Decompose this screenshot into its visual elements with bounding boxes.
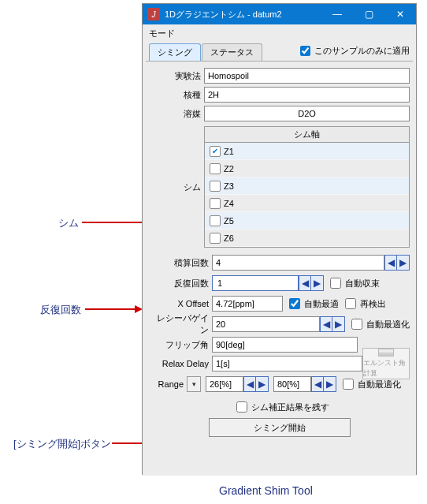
range-high-spinner[interactable]: ◀ ▶ (311, 376, 336, 392)
shim-z3-label: Z3 (224, 181, 234, 191)
tab-shimming[interactable]: シミング (149, 43, 201, 61)
flip-value: 90[deg] (216, 340, 245, 349)
keep-correction-checkbox[interactable]: シム補正結果を残す (233, 399, 329, 415)
relax-label: Relax Delay (149, 359, 212, 368)
mode-label: モード (146, 26, 413, 41)
repeat-input[interactable] (216, 276, 295, 290)
auto-converge-input[interactable] (330, 278, 341, 289)
shim-row-z5[interactable]: Z5 (205, 212, 409, 230)
relax-value: 1[s] (216, 359, 230, 368)
range-low-field[interactable]: 26[%] (206, 376, 243, 392)
shim-axis-table: シム軸 Z1 Z2 Z3 (204, 126, 410, 248)
close-button[interactable]: ✕ (384, 4, 416, 24)
range-low-up-icon[interactable]: ▶ (256, 376, 269, 392)
auto-optimize-checkbox[interactable]: 自動最適化 (348, 316, 410, 332)
redetect-input[interactable] (345, 298, 356, 309)
relax-field[interactable]: 1[s] (212, 356, 362, 371)
start-shimming-text: シミング開始 (254, 422, 306, 434)
range-low-down-icon[interactable]: ◀ (243, 376, 256, 392)
maximize-button[interactable]: ▢ (353, 4, 384, 24)
redetect-checkbox[interactable]: 再検出 (342, 296, 386, 312)
keep-correction-text: シム補正結果を残す (251, 401, 329, 413)
app-icon: J (147, 8, 160, 21)
scans-label: 積算回数 (149, 257, 212, 269)
keep-correction-input[interactable] (236, 401, 247, 413)
range-high-up-icon[interactable]: ▶ (324, 376, 336, 392)
window-title: 1Dグラジエントシム - datum2 (165, 9, 321, 21)
rgain-spinner[interactable]: ◀ ▶ (320, 316, 345, 332)
scan-up-icon[interactable]: ▶ (397, 255, 410, 271)
method-field[interactable]: Homospoil (204, 68, 410, 84)
shim-z1-checkbox[interactable] (210, 146, 221, 157)
shim-z3-checkbox[interactable] (210, 181, 221, 192)
auto-opt-input[interactable] (289, 298, 300, 309)
range-low-spinner[interactable]: ◀ ▶ (243, 376, 269, 392)
solvent-field[interactable]: D2O (204, 106, 410, 121)
nuclei-field[interactable]: 2H (204, 87, 410, 103)
scans-field[interactable]: 4 (212, 255, 384, 271)
rgain-down-icon[interactable]: ◀ (320, 316, 332, 332)
shim-z2-checkbox[interactable] (210, 163, 221, 174)
shim-row-z2[interactable]: Z2 (205, 160, 409, 177)
rgain-value: 20 (216, 319, 225, 329)
shim-z6-checkbox[interactable] (210, 233, 221, 244)
start-shimming-button[interactable]: シミング開始 (209, 418, 351, 437)
figure-caption: Gradient Shim Tool (219, 484, 313, 497)
scan-down-icon[interactable]: ◀ (384, 255, 397, 271)
range-label: Range (149, 379, 187, 389)
annotation-shim: シム (58, 216, 79, 230)
range-low-value: 26[%] (210, 379, 232, 389)
shim-z5-checkbox[interactable] (210, 215, 221, 226)
repeat-label: 反復回数 (149, 278, 212, 289)
range-high-down-icon[interactable]: ◀ (311, 376, 324, 392)
range-select-icon[interactable]: ▾ (187, 376, 201, 392)
solvent-label: 溶媒 (149, 108, 204, 120)
shim-axis-header: シム軸 (205, 127, 409, 143)
auto-opt-checkbox[interactable]: 自動最適 (286, 296, 339, 312)
apply-this-sample-checkbox[interactable]: このサンプルのみに適用 (297, 43, 410, 58)
ernst-chart-icon (378, 349, 394, 357)
scans-value: 4 (216, 258, 221, 267)
scans-spinner[interactable]: ◀ ▶ (384, 255, 410, 271)
range-high-value: 80[%] (277, 379, 299, 389)
auto-optimize-input[interactable] (351, 319, 362, 330)
repeat-field[interactable] (212, 275, 299, 291)
annotation-repeat: 反復回数 (40, 303, 81, 317)
xoffset-field[interactable]: 4.72[ppm] (212, 296, 283, 312)
app-window: J 1Dグラジエントシム - datum2 — ▢ ✕ モード シミング ステー… (142, 3, 417, 475)
shim-z6-label: Z6 (224, 233, 234, 243)
rgain-field[interactable]: 20 (212, 316, 320, 332)
xoffset-label: X Offset (149, 299, 212, 308)
annotation-start: [シミング開始]ボタン (13, 437, 111, 451)
minimize-button[interactable]: — (321, 4, 353, 24)
rgain-label: レシーバゲイン (149, 312, 212, 336)
flip-field[interactable]: 90[deg] (212, 337, 358, 353)
ernst-angle-button[interactable]: エルンスト角計算 (362, 348, 410, 379)
auto-converge-text: 自動収束 (345, 278, 380, 289)
auto-opt-text: 自動最適 (304, 298, 339, 310)
range-auto-optimize-text: 自動最適化 (358, 379, 401, 390)
repeat-down-icon[interactable]: ◀ (299, 275, 311, 291)
auto-optimize-text: 自動最適化 (366, 319, 410, 330)
auto-converge-checkbox[interactable]: 自動収束 (327, 275, 380, 291)
xoffset-value: 4.72[ppm] (216, 299, 254, 308)
nuclei-label: 核種 (149, 89, 204, 101)
range-high-field[interactable]: 80[%] (273, 376, 311, 392)
shim-row-z4[interactable]: Z4 (205, 195, 409, 212)
shim-row-z1[interactable]: Z1 (205, 143, 409, 160)
method-label: 実験法 (149, 70, 204, 82)
title-bar: J 1Dグラジエントシム - datum2 — ▢ ✕ (143, 4, 416, 24)
range-auto-optimize-input[interactable] (343, 379, 354, 390)
shim-z1-label: Z1 (224, 147, 234, 156)
rgain-up-icon[interactable]: ▶ (332, 316, 345, 332)
shim-z4-checkbox[interactable] (210, 198, 221, 209)
repeat-spinner[interactable]: ◀ ▶ (299, 275, 324, 291)
shim-row-z6[interactable]: Z6 (205, 230, 409, 247)
shim-side-label: シム (149, 126, 204, 248)
range-auto-optimize-checkbox[interactable]: 自動最適化 (340, 376, 401, 392)
repeat-up-icon[interactable]: ▶ (311, 275, 324, 291)
tab-status[interactable]: ステータス (202, 43, 262, 61)
apply-this-sample-text: このサンプルのみに適用 (314, 45, 410, 57)
shim-row-z3[interactable]: Z3 (205, 177, 409, 195)
apply-this-sample-input[interactable] (300, 46, 310, 56)
